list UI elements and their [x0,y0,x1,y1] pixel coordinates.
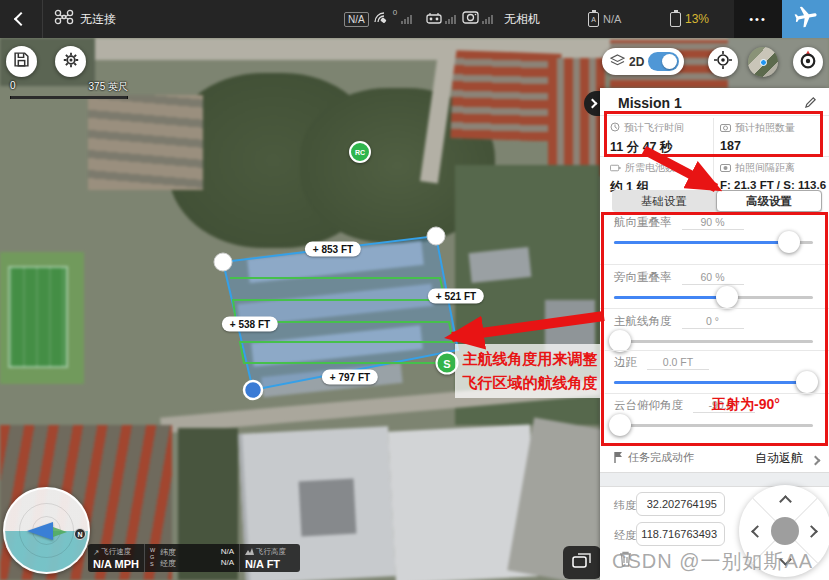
tab-advanced-settings[interactable]: 高级设置 [716,190,822,212]
stat-label: 预计飞行时间 [624,121,684,135]
slider-row-course-angle: 主航线角度 0 ° [600,314,829,354]
camera-icon [462,10,479,28]
aircraft-connection[interactable]: 无连接 [54,0,116,38]
satellite-count: 0 [393,8,397,17]
speed-segment: ↗ 飞行速度 N/A MPH [88,544,144,572]
soccer-field [8,266,68,368]
slider-thumb[interactable] [716,286,738,308]
connection-status: 无连接 [80,11,116,28]
status-topbar: 无连接 N/A 0 无相机 [0,0,829,38]
coords-segment: WGS 纬度 N/A 经度 N/A [144,544,239,572]
slider-value-input[interactable]: 0 ° [682,315,744,329]
slider-track[interactable] [614,424,813,427]
toggle-knob [662,54,677,69]
slider-label: 航向重叠率 [614,215,672,230]
takeoff-button[interactable] [782,0,829,38]
speed-arrow-icon: ↗ [93,548,99,557]
telemetry-bar: ↗ 飞行速度 N/A MPH WGS 纬度 N/A 经度 N/A 飞行高度 N/… [88,544,300,572]
locate-me-button[interactable] [708,47,738,77]
slider-track[interactable] [614,241,813,244]
device-battery-status[interactable]: 13% [670,0,709,38]
slider-track[interactable] [614,381,813,384]
tab-basic-settings[interactable]: 基础设置 [612,190,716,212]
edge-length-label: + 538 FT [222,317,278,332]
aircraft-battery-value: N/A [603,13,621,25]
camera-signal[interactable] [462,0,493,38]
altitude-label: 飞行高度 [256,547,286,557]
latitude-label: 纬度 [614,498,636,513]
speed-value: N/A MPH [93,558,139,570]
scale-bar-line [10,96,128,99]
nudge-up-button[interactable] [779,495,792,508]
map-layer-button[interactable] [563,546,601,579]
map-mode-pill: 2D [602,48,684,75]
stat-label: 拍照间隔距离 [735,161,795,175]
map-layers-icon [572,553,592,573]
latitude-field[interactable]: 32.202764195 [636,492,725,516]
camera-signal-bars-icon [482,15,493,24]
aircraft-battery-status[interactable]: A N/A [588,0,621,38]
speed-label: 飞行速度 [101,547,131,557]
slider-thumb[interactable] [778,231,800,253]
drone-icon [54,9,74,29]
rc-signal-bars-icon [445,15,456,24]
save-mission-button[interactable] [6,46,37,77]
stat-value: 187 [720,139,795,153]
slider-label: 云台俯仰角度 [614,398,683,413]
chevron-right-icon [812,453,819,467]
gps-status[interactable]: N/A 0 [344,0,412,38]
stat-photo-count: 预计拍照数量 187 [720,121,795,153]
compass-icon [797,49,819,75]
reset-north-button[interactable] [793,47,823,77]
slider-value-input[interactable]: 60 % [682,271,744,285]
minimap-position-dot [760,59,767,66]
minimap-button[interactable] [748,47,778,77]
edit-mission-button[interactable] [804,96,817,112]
longitude-field[interactable]: 118.716763493 [636,522,725,546]
edge-length-label: + 853 FT [305,242,361,257]
map-building [251,325,423,367]
aircraft-heading-arrow [27,522,53,540]
rc-location-marker: RC [349,141,371,163]
rc-signal[interactable] [426,0,456,38]
map-2d-toggle[interactable] [648,52,679,71]
map-terrain-patch [548,58,606,176]
slider-value-input[interactable]: 0.0 FT [647,356,709,370]
slider-thumb[interactable] [609,330,631,352]
satellite-icon [373,10,389,28]
settings-button[interactable] [55,46,86,77]
slider-track[interactable] [614,296,813,299]
slider-thumb[interactable] [796,371,818,393]
map-building [299,479,357,537]
wgs-icon: WGS [150,547,157,569]
slider-row-course-overlap: 航向重叠率 90 % [600,215,829,255]
edge-length-label: + 521 FT [428,289,484,304]
settings-tabs: 基础设置 高级设置 [612,190,822,212]
slider-track[interactable] [614,340,813,343]
save-icon [13,51,30,72]
annotation-gimbal-note: 正射为-90° [712,396,780,414]
lon-label: 经度 [160,558,176,569]
back-button[interactable] [0,0,43,38]
watermark: CSDN @一别如斯AA [612,548,813,575]
nudge-left-button[interactable] [751,525,764,538]
gps-mode-badge: N/A [344,12,369,27]
gimbal-fov-wedge [53,527,67,537]
slider-label: 主航线角度 [614,314,672,329]
aircraft-battery-icon: A [588,12,599,27]
clock-icon [610,122,620,134]
nudge-center-button[interactable] [771,517,799,545]
photo-count-icon [720,123,731,134]
slider-thumb[interactable] [609,414,631,436]
locate-icon [713,50,733,74]
stat-label: 预计拍照数量 [735,121,795,135]
edge-length-label: + 797 FT [322,370,378,385]
nudge-right-button[interactable] [805,525,818,538]
annotation-note-line2: 飞行区域的航线角度 [463,371,598,395]
battery-count-icon [610,163,621,174]
slider-row-side-overlap: 旁向重叠率 60 % [600,270,829,310]
slider-label: 旁向重叠率 [614,270,672,285]
slider-value-input[interactable]: 90 % [682,216,744,230]
finish-action-row[interactable]: 任务完成动作 自动返航 [600,446,829,470]
more-menu-button[interactable]: ••• [734,0,782,38]
